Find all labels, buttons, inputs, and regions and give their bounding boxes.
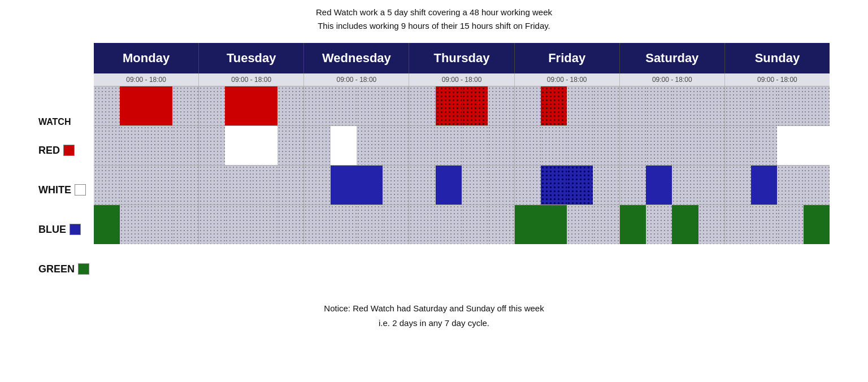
blue-wednesday [304, 166, 409, 205]
green-sunday [725, 205, 830, 244]
header-wednesday: Wednesday [304, 43, 409, 73]
header-thursday: Thursday [409, 43, 514, 73]
schedule-grid: Monday Tuesday Wednesday Thursday Friday… [94, 43, 830, 244]
row-white [94, 125, 830, 165]
white-swatch [75, 184, 86, 196]
header-tuesday: Tuesday [199, 43, 304, 73]
watch-label-white: WHITE [38, 170, 89, 210]
blue-tuesday [199, 166, 304, 205]
watch-labels: WATCH RED WHITE BLUE GREEN [38, 77, 89, 289]
red-friday [515, 86, 620, 125]
white-friday [515, 126, 620, 165]
watch-label-blue: BLUE [38, 210, 89, 249]
red-thursday [409, 86, 514, 125]
time-friday: 09:00 - 18:00 [515, 73, 620, 86]
blue-monday [94, 166, 199, 205]
chart-wrapper: WATCH RED WHITE BLUE GREEN Monday Tuesda… [38, 43, 830, 289]
row-blue [94, 165, 830, 205]
blue-sunday [725, 166, 830, 205]
watch-header-label: WATCH [38, 77, 89, 131]
watch-label-green: GREEN [38, 249, 89, 289]
blue-saturday [620, 166, 725, 205]
white-monday [94, 126, 199, 165]
red-saturday [620, 86, 725, 125]
day-header-row: Monday Tuesday Wednesday Thursday Friday… [94, 43, 830, 73]
watch-label-red: RED [38, 131, 89, 170]
red-sunday [725, 86, 830, 125]
header-monday: Monday [94, 43, 199, 73]
blue-friday [515, 166, 620, 205]
green-friday [515, 205, 620, 244]
time-sunday: 09:00 - 18:00 [725, 73, 830, 86]
time-row: 09:00 - 18:00 09:00 - 18:00 09:00 - 18:0… [94, 73, 830, 86]
green-saturday [620, 205, 725, 244]
blue-thursday [409, 166, 514, 205]
white-saturday [620, 126, 725, 165]
green-swatch [78, 263, 89, 275]
bottom-note: Notice: Red Watch had Saturday and Sunda… [324, 301, 544, 330]
red-tuesday [199, 86, 304, 125]
header-friday: Friday [515, 43, 620, 73]
red-swatch [63, 145, 75, 156]
time-monday: 09:00 - 18:00 [94, 73, 199, 86]
header-saturday: Saturday [620, 43, 725, 73]
white-tuesday [199, 126, 304, 165]
green-wednesday [304, 205, 409, 244]
header-sunday: Sunday [725, 43, 830, 73]
row-green [94, 205, 830, 244]
blue-swatch [70, 224, 81, 235]
time-thursday: 09:00 - 18:00 [409, 73, 514, 86]
time-tuesday: 09:00 - 18:00 [199, 73, 304, 86]
row-red [94, 86, 830, 125]
white-thursday [409, 126, 514, 165]
time-saturday: 09:00 - 18:00 [620, 73, 725, 86]
white-sunday [725, 126, 830, 165]
red-monday [94, 86, 199, 125]
green-thursday [409, 205, 514, 244]
red-wednesday [304, 86, 409, 125]
top-note: Red Watch work a 5 day shift covering a … [316, 6, 552, 33]
time-wednesday: 09:00 - 18:00 [304, 73, 409, 86]
green-tuesday [199, 205, 304, 244]
green-monday [94, 205, 199, 244]
white-wednesday [304, 126, 409, 165]
